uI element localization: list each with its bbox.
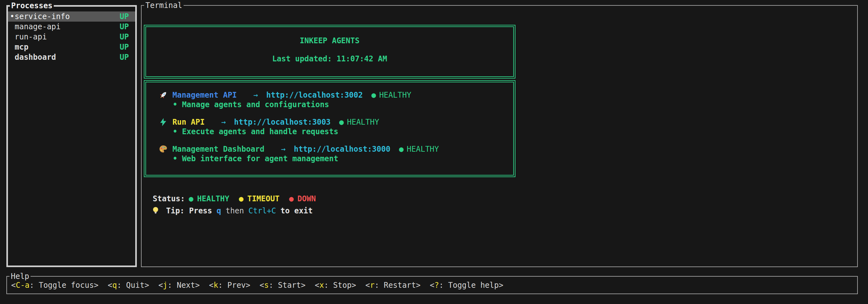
process-status-badge: UP [120,52,129,62]
process-name: manage-api [14,22,120,32]
last-updated-text: Last updated: 11:07:42 AM [146,54,513,64]
tui-screen: Processes • service-info UP manage-api U… [0,0,868,304]
process-row-run-api[interactable]: run-api UP [8,32,135,42]
health-dot-icon: ● [399,144,403,154]
row-marker [10,22,14,32]
zap-icon [159,117,173,127]
help-item-prev: <k: Prev> [209,281,250,290]
legend-healthy: HEALTHY [197,194,229,204]
process-row-service-info[interactable]: • service-info UP [8,11,135,22]
service-name: Management Dashboard [173,144,265,154]
health-dot-icon: ● [371,90,376,100]
help-item-next: <j: Next> [158,281,200,290]
service-url[interactable]: http://localhost:3003 [234,117,331,127]
help-item-stop: <x: Stop> [315,281,356,290]
processes-panel: Processes • service-info UP manage-api U… [6,5,137,267]
help-panel: Help <C-a: Toggle focus> <q: Quit> <j: N… [6,276,858,294]
palette-icon [159,145,173,154]
process-name: dashboard [14,52,120,62]
tip-line: Tip: Press q then Ctrl+C to exit [152,206,317,216]
row-marker [10,32,14,42]
service-status: HEALTHY [379,90,411,100]
service-name: Run API [173,117,205,127]
process-name: mcp [14,42,120,52]
healthy-dot-icon: ● [189,194,193,204]
process-status-badge: UP [120,11,129,22]
row-marker [10,42,14,52]
service-url[interactable]: http://localhost:3002 [266,90,363,100]
help-keybindings: <C-a: Toggle focus> <q: Quit> <j: Next> … [7,277,857,294]
lightbulb-icon [152,206,166,215]
service-status: HEALTHY [347,117,379,127]
tip-text: Tip: Press [166,206,212,216]
service-run-api: Run API → http://localhost:3003 ● HEALTH… [146,117,513,136]
process-row-mcp[interactable]: mcp UP [8,42,135,52]
health-dot-icon: ● [339,117,344,127]
process-status-badge: UP [120,32,129,42]
row-marker [10,52,14,62]
help-item-restart: <r: Restart> [365,281,420,290]
terminal-output: INKEEP AGENTS Last updated: 11:07:42 AM … [142,6,857,267]
service-description: • Execute agents and handle requests [146,127,513,136]
process-status-badge: UP [120,22,129,32]
service-description: • Web interface for agent management [146,154,513,164]
service-description: • Manage agents and configurations [146,100,513,109]
tip-key-q: q [217,206,221,216]
process-list: • service-info UP manage-api UP run-api … [8,7,135,62]
services-box: Management API → http://localhost:3002 ●… [144,80,516,177]
legend-down: DOWN [298,194,316,204]
selected-bullet-icon: • [10,11,14,22]
service-management-dashboard: Management Dashboard → http://localhost:… [146,144,513,164]
help-item-toggle-focus: <C-a: Toggle focus> [11,281,99,290]
legend-timeout: TIMEOUT [247,194,279,204]
timeout-dot-icon: ● [239,194,243,204]
help-item-quit: <q: Quit> [108,281,149,290]
process-row-dashboard[interactable]: dashboard UP [8,52,135,62]
processes-panel-title: Processes [10,1,54,11]
terminal-panel[interactable]: Terminal INKEEP AGENTS Last updated: 11:… [141,5,858,267]
tip-key-ctrl-c: Ctrl+C [248,206,276,216]
arrow-right-icon: → [253,90,258,100]
process-status-badge: UP [120,42,129,52]
rocket-icon [159,91,173,100]
inkeep-header-box: INKEEP AGENTS Last updated: 11:07:42 AM [144,25,516,78]
process-name: run-api [14,32,120,42]
service-management-api: Management API → http://localhost:3002 ●… [146,90,513,109]
tip-text: to exit [280,206,312,216]
tip-text: then [225,206,244,216]
process-row-manage-api[interactable]: manage-api UP [8,22,135,32]
service-name: Management API [173,90,237,100]
arrow-right-icon: → [281,144,285,154]
help-panel-title: Help [9,271,31,281]
status-legend: Status: ● HEALTHY ● TIMEOUT ● DOWN [153,194,316,204]
app-title: INKEEP AGENTS [146,36,513,46]
service-status: HEALTHY [407,144,439,154]
service-url[interactable]: http://localhost:3000 [294,144,390,154]
arrow-right-icon: → [221,117,225,127]
help-item-toggle-help: <?: Toggle help> [430,281,503,290]
help-item-start: <s: Start> [260,281,306,290]
down-dot-icon: ● [289,194,293,204]
process-name: service-info [14,11,120,22]
status-label: Status: [153,194,185,204]
